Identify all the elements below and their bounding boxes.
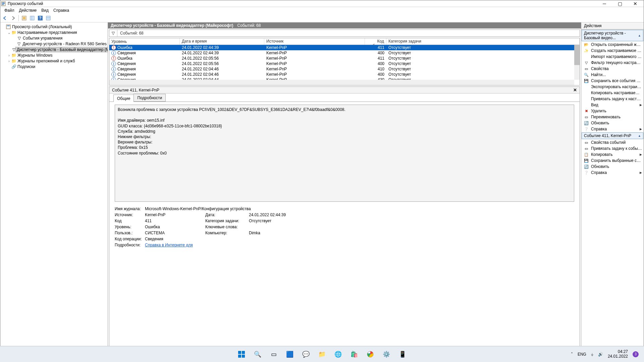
action-item[interactable]: ✖Удалить <box>582 108 643 114</box>
funnel-icon[interactable]: ▽ <box>109 30 117 37</box>
panel-button-1[interactable] <box>29 15 36 21</box>
explorer-button[interactable]: 📁 <box>315 348 329 361</box>
scrollbar-thumb[interactable] <box>574 45 580 65</box>
action-label: Свойства событий <box>591 140 642 145</box>
volume-icon[interactable]: 🔊 <box>598 352 603 357</box>
start-button[interactable] <box>235 348 248 361</box>
app-button-1[interactable]: ⚙️ <box>380 348 393 361</box>
chrome-button[interactable] <box>364 348 377 361</box>
action-item[interactable]: 🔄Обновить <box>582 120 643 126</box>
clock[interactable]: 04:27 24.01.2022 <box>608 350 628 359</box>
vertical-scrollbar[interactable] <box>574 45 580 80</box>
minimize-button[interactable]: ─ <box>597 0 612 7</box>
tree-custom-views[interactable]: Настраиваемые представления <box>16 30 78 35</box>
action-item[interactable]: 🔄Обновить <box>582 164 643 170</box>
action-item[interactable]: Вид▶ <box>582 102 643 108</box>
table-row[interactable]: iСведения24.01.2022 02:44:39Kernel-PnP40… <box>109 50 580 56</box>
table-row[interactable]: iСведения24.01.2022 02:04:46Kernel-PnP40… <box>109 72 580 77</box>
action-icon: ▭ <box>584 146 589 151</box>
col-date[interactable]: Дата и время <box>180 38 264 45</box>
horizontal-scrollbar[interactable] <box>109 80 574 85</box>
action-item[interactable]: 💾Сохранить выбранные события... <box>582 158 643 164</box>
action-item[interactable]: Импорт настраиваемого представ... <box>582 54 643 60</box>
action-item[interactable]: 🔍Найти... <box>582 72 643 78</box>
action-icon <box>584 90 589 96</box>
actions-section-1-label: Диспетчер устройств - Базовый видео... <box>584 31 638 40</box>
notification-badge[interactable]: 3 <box>633 351 639 357</box>
tree-twisty[interactable]: › <box>7 54 11 57</box>
action-label: Справка <box>591 127 638 131</box>
table-body[interactable]: !Ошибка24.01.2022 02:44:39Kernel-PnP411О… <box>109 45 580 85</box>
action-item[interactable]: ✨Создать настраиваемое представ... <box>582 48 643 54</box>
forward-button[interactable] <box>10 15 16 21</box>
panel-button-2[interactable] <box>45 15 52 21</box>
edge-button[interactable]: 🌐 <box>331 348 345 361</box>
action-item[interactable]: ❔Справка▶ <box>582 126 643 132</box>
svg-text:?: ? <box>39 16 41 20</box>
value-more-link[interactable]: Справка в Интернете для <box>145 243 574 247</box>
action-label: Создать настраиваемое представ... <box>591 48 642 53</box>
tray-expand-icon[interactable]: ˄ <box>571 352 573 357</box>
tree-radeon[interactable]: Диспетчер устройств - Radeon RX 580 Seri… <box>21 42 108 46</box>
action-item[interactable]: ▭Переименовать <box>582 114 643 120</box>
tab-general[interactable]: Общие <box>113 95 134 102</box>
tree-ms-basic[interactable]: Диспетчер устройств - Базовый видеоадапт… <box>15 47 108 52</box>
tree-app-logs[interactable]: Журналы приложений и служб <box>16 59 76 63</box>
col-code[interactable]: Код события <box>365 38 386 45</box>
col-task[interactable]: Категория задачи <box>386 38 580 45</box>
tree-root[interactable]: Просмотр событий (Локальный) <box>11 24 73 29</box>
action-item[interactable]: ▭Привязать задачу к событию... <box>582 145 643 152</box>
network-icon[interactable]: ⏚ <box>591 352 593 357</box>
cell-date: 24.01.2022 02:04:46 <box>180 67 264 71</box>
tree-twisty[interactable]: › <box>7 59 11 63</box>
back-button[interactable] <box>2 15 8 21</box>
cell-date: 24.01.2022 02:44:39 <box>180 45 264 50</box>
action-item[interactable]: ❔Справка▶ <box>582 170 643 176</box>
help-button[interactable]: ? <box>37 15 44 21</box>
action-item[interactable]: 💾Сохранить все события в настраи... <box>582 78 643 84</box>
tree-twisty[interactable]: ⌄ <box>7 31 11 35</box>
actions-section-1[interactable]: Диспетчер устройств - Базовый видео... ▲ <box>582 30 643 41</box>
action-label: Свойства <box>591 66 642 71</box>
language-indicator[interactable]: ENG <box>578 352 586 357</box>
tree-win-logs[interactable]: Журналы Windows <box>16 53 53 58</box>
details-header: Событие 411, Kernel-PnP ✕ <box>109 87 580 94</box>
col-source[interactable]: Источник <box>264 38 365 45</box>
table-row[interactable]: iСведения24.01.2022 02:04:46Kernel-PnP41… <box>109 66 580 72</box>
table-row[interactable]: !Ошибка24.01.2022 02:05:56Kernel-PnP411О… <box>109 56 580 61</box>
action-item[interactable]: Копировать настраиваемое предс... <box>582 90 643 96</box>
action-item[interactable]: 📂Открыть сохраненный журнал... <box>582 42 643 48</box>
action-item[interactable]: ▭Свойства событий <box>582 139 643 145</box>
details-close-icon[interactable]: ✕ <box>573 87 577 93</box>
menu-view[interactable]: Вид <box>39 8 51 13</box>
filter-icon: ▽ <box>12 47 15 52</box>
action-item[interactable]: Привязать задачу к настраиваемо... <box>582 96 643 102</box>
widgets-button[interactable]: 🟦 <box>283 348 297 361</box>
maximize-button[interactable]: ▢ <box>612 0 628 7</box>
action-icon: ❔ <box>584 126 589 132</box>
menu-action[interactable]: Действие <box>17 8 39 13</box>
submenu-arrow-icon: ▶ <box>640 127 642 131</box>
show-tree-button[interactable] <box>21 15 28 21</box>
action-item[interactable]: ▭Свойства <box>582 66 643 72</box>
store-button[interactable]: 🛍️ <box>347 348 361 361</box>
tab-extended[interactable]: Подробности <box>133 94 166 102</box>
menu-help[interactable]: Справка <box>51 8 71 13</box>
action-item[interactable]: ▽Фильтр текущего настраиваемого... <box>582 60 643 66</box>
task-view-button[interactable]: ▭ <box>267 348 280 361</box>
table-row[interactable]: iСведения24.01.2022 02:05:56Kernel-PnP40… <box>109 61 580 66</box>
action-icon: ▭ <box>584 66 589 71</box>
close-button[interactable]: ✕ <box>628 0 643 7</box>
tree-admin-events[interactable]: События управления <box>22 36 63 41</box>
tree-subs[interactable]: Подписки <box>16 64 36 69</box>
action-icon <box>584 96 589 102</box>
table-row[interactable]: !Ошибка24.01.2022 02:44:39Kernel-PnP411О… <box>109 45 580 50</box>
action-item[interactable]: 📋Копировать▶ <box>582 152 643 158</box>
app-button-2[interactable]: 📱 <box>396 348 409 361</box>
actions-section-2[interactable]: Событие 411, Kernel-PnP ▲ <box>582 132 643 139</box>
action-item[interactable]: Экспортировать настраиваемое п... <box>582 84 643 90</box>
menu-file[interactable]: Файл <box>2 8 16 13</box>
col-level[interactable]: Уровень <box>109 38 180 45</box>
chat-button[interactable]: 💬 <box>299 348 313 361</box>
search-button[interactable]: 🔍 <box>251 348 264 361</box>
